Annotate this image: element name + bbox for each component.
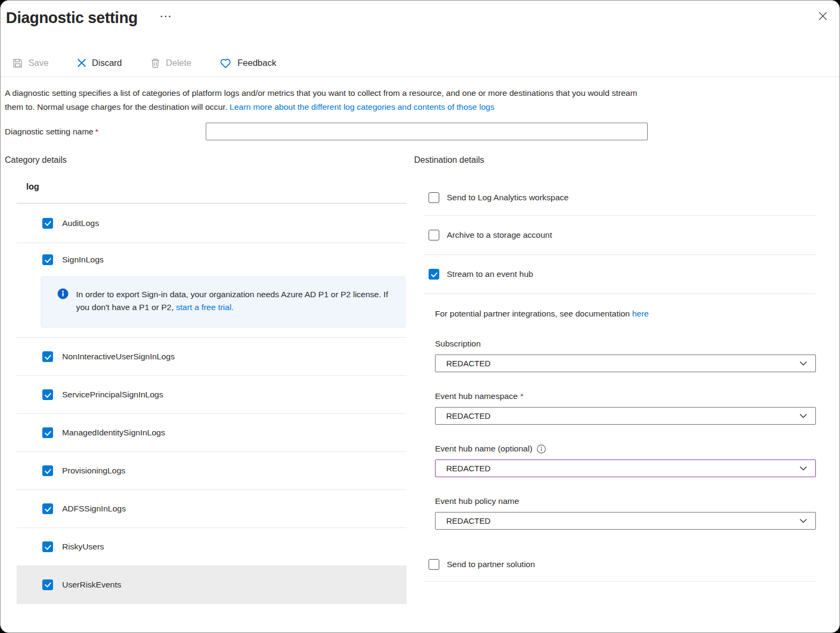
category-row-managedidentity[interactable]: ManagedIdentitySignInLogs — [17, 414, 407, 452]
destination-row-partner-solution[interactable]: Send to partner solution — [423, 547, 816, 582]
chevron-down-icon — [799, 516, 808, 525]
event-hub-name-label: Event hub name (optional) — [435, 443, 816, 455]
delete-button[interactable]: Delete — [150, 58, 192, 69]
required-asterisk: * — [520, 390, 523, 402]
category-row-signinlogs[interactable]: SignInLogs — [17, 243, 407, 276]
intro-text: A diagnostic setting specifies a list of… — [5, 86, 645, 114]
save-button[interactable]: Save — [12, 58, 49, 69]
event-hub-policy-value: REDACTED — [446, 516, 491, 525]
save-label: Save — [28, 58, 49, 68]
log-column-header: log — [17, 182, 407, 204]
destination-row-storage-account[interactable]: Archive to a storage account — [423, 216, 816, 255]
category-row-userriskevents[interactable]: UserRiskEvents — [17, 566, 407, 604]
destination-label: Stream to an event hub — [447, 269, 533, 279]
event-hub-checkbox[interactable] — [429, 269, 439, 280]
event-hub-namespace-value: REDACTED — [446, 411, 491, 420]
chevron-down-icon — [799, 464, 808, 473]
category-label: RiskyUsers — [62, 542, 104, 552]
name-field-row: Diagnostic setting name* — [5, 123, 839, 140]
subscription-value: REDACTED — [446, 359, 491, 368]
adfssigninlogs-checkbox[interactable] — [42, 503, 53, 514]
event-hub-namespace-label: Event hub namespace* — [435, 390, 816, 402]
close-button[interactable] — [817, 10, 829, 22]
discard-icon — [77, 58, 87, 68]
toolbar-divider — [1, 77, 839, 77]
signin-export-info-banner: In order to export Sign-in data, your or… — [41, 276, 406, 328]
category-label: AuditLogs — [62, 218, 99, 228]
riskyusers-checkbox[interactable] — [42, 541, 53, 552]
destination-details-section: Destination details Send to Log Analytic… — [414, 154, 839, 604]
category-details-title: Category details — [1, 154, 414, 166]
auditlogs-checkbox[interactable] — [42, 218, 53, 229]
delete-label: Delete — [166, 58, 192, 68]
category-row-auditlogs[interactable]: AuditLogs — [17, 204, 407, 243]
category-row-riskyusers[interactable]: RiskyUsers — [17, 528, 407, 566]
required-asterisk: * — [95, 127, 98, 136]
category-row-serviceprincipal[interactable]: ServicePrincipalSignInLogs — [17, 376, 407, 414]
chevron-down-icon — [799, 359, 808, 368]
category-label: ServicePrincipalSignInLogs — [62, 390, 163, 400]
userriskevents-checkbox[interactable] — [42, 579, 53, 590]
info-banner-text: In order to export Sign-in data, your or… — [76, 288, 392, 318]
category-row-adfs[interactable]: ADFSSignInLogs — [17, 490, 407, 528]
category-label: UserRiskEvents — [62, 580, 121, 590]
category-label: ManagedIdentitySignInLogs — [62, 428, 165, 438]
destination-details-title: Destination details — [414, 154, 839, 166]
subscription-label: Subscription — [435, 338, 816, 350]
log-analytics-checkbox[interactable] — [429, 192, 439, 203]
discard-label: Discard — [92, 58, 122, 68]
diagnostic-setting-name-input[interactable] — [206, 123, 648, 140]
destination-label: Archive to a storage account — [447, 230, 552, 240]
noninteractiveusersigninlogs-checkbox[interactable] — [42, 351, 53, 362]
learn-more-link[interactable]: Learn more about the different log categ… — [230, 102, 494, 111]
event-hub-name-dropdown[interactable]: REDACTED — [435, 459, 816, 477]
partner-integrations-text: For potential partner integrations, see … — [435, 308, 816, 320]
destination-row-event-hub[interactable]: Stream to an event hub — [423, 255, 816, 294]
destination-options: Send to Log Analytics workspace Archive … — [423, 180, 816, 582]
storage-account-checkbox[interactable] — [429, 230, 439, 240]
category-row-provisioning[interactable]: ProvisioningLogs — [17, 452, 407, 490]
category-row-noninteractive[interactable]: NonInteractiveUserSignInLogs — [17, 338, 407, 376]
documentation-here-link[interactable]: here — [632, 309, 649, 318]
category-label: ADFSSignInLogs — [62, 504, 126, 514]
category-label: NonInteractiveUserSignInLogs — [62, 352, 175, 361]
category-details-section: Category details log AuditLogs SignInLog… — [1, 154, 414, 604]
category-label: ProvisioningLogs — [62, 466, 125, 476]
feedback-label: Feedback — [237, 58, 276, 68]
command-bar: Save Discard Delete Feedback — [12, 53, 839, 73]
heart-icon — [219, 57, 232, 69]
managedidentitysigninlogs-checkbox[interactable] — [42, 427, 53, 438]
destination-label: Send to Log Analytics workspace — [447, 193, 568, 202]
partner-solution-checkbox[interactable] — [429, 559, 439, 570]
event-hub-config-panel: For potential partner integrations, see … — [423, 308, 816, 530]
log-category-table: log AuditLogs SignInLogs In order to exp… — [17, 182, 407, 604]
free-trial-link[interactable]: start a free trial. — [176, 303, 234, 312]
close-icon — [817, 10, 829, 22]
page-title: Diagnostic setting — [6, 7, 138, 28]
feedback-button[interactable]: Feedback — [219, 57, 276, 69]
diagnostic-setting-blade: Diagnostic setting ··· Save Discard Dele… — [0, 0, 840, 633]
info-icon — [57, 288, 69, 318]
blade-header: Diagnostic setting ··· — [1, 1, 839, 28]
signinlogs-checkbox[interactable] — [42, 254, 53, 265]
save-icon — [12, 58, 23, 69]
info-outline-icon[interactable] — [537, 444, 546, 454]
event-hub-policy-dropdown[interactable]: REDACTED — [435, 512, 816, 530]
event-hub-namespace-dropdown[interactable]: REDACTED — [435, 407, 816, 425]
more-options-button[interactable]: ··· — [160, 11, 172, 22]
name-field-label: Diagnostic setting name* — [5, 127, 206, 137]
subscription-dropdown[interactable]: REDACTED — [435, 355, 816, 372]
serviceprincipalsigninlogs-checkbox[interactable] — [42, 389, 53, 400]
chevron-down-icon — [799, 411, 808, 420]
provisioninglogs-checkbox[interactable] — [42, 465, 53, 476]
destination-label: Send to partner solution — [447, 560, 535, 569]
trash-icon — [150, 58, 161, 69]
destination-row-log-analytics[interactable]: Send to Log Analytics workspace — [423, 180, 816, 216]
event-hub-policy-label: Event hub policy name — [435, 495, 816, 507]
event-hub-name-value: REDACTED — [446, 464, 491, 473]
category-label: SignInLogs — [62, 255, 104, 265]
discard-button[interactable]: Discard — [77, 58, 122, 68]
